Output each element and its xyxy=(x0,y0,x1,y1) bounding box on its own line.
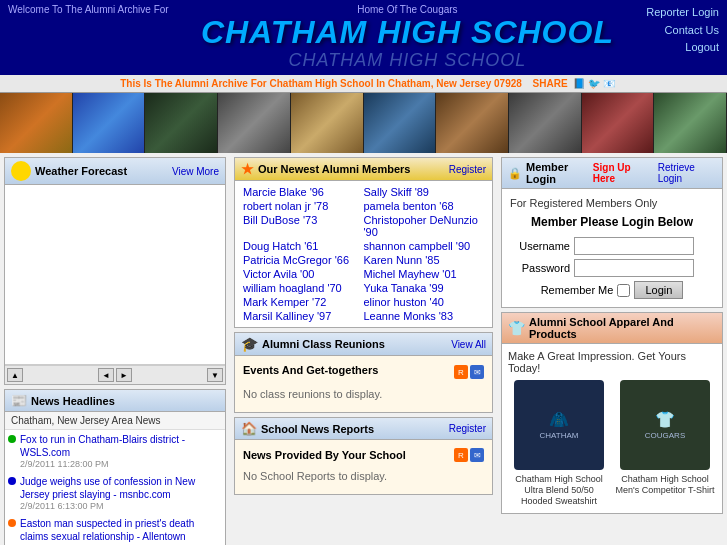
email-icon-1[interactable]: ✉ xyxy=(470,365,484,379)
nav-right: Reporter Login Contact Us Logout xyxy=(646,4,719,57)
contact-us-link[interactable]: Contact Us xyxy=(646,22,719,40)
login-header-left: 🔒 Member Login xyxy=(508,161,593,185)
news-title: News Headlines xyxy=(31,395,115,407)
center-column: ★ Our Newest Alumni Members Register Mar… xyxy=(230,153,497,545)
weather-header-right: View More xyxy=(172,165,219,177)
events-title: Events And Get-togethers xyxy=(243,364,378,376)
login-form-title: Member Please Login Below xyxy=(510,215,714,229)
remember-me-checkbox[interactable] xyxy=(617,284,630,297)
alumni-name-16[interactable]: elinor huston '40 xyxy=(364,295,485,309)
nav-left: Welcome To The Alumni Archive For xyxy=(8,4,169,15)
school-news-subtitle: News Provided By Your School xyxy=(243,449,406,461)
alumni-name-13[interactable]: william hoagland '70 xyxy=(243,281,364,295)
reunions-header: 🎓 Alumni Class Reunions View All xyxy=(235,333,492,356)
alumni-header-left: ★ Our Newest Alumni Members xyxy=(241,161,410,177)
rss-icon-1[interactable]: R xyxy=(454,365,468,379)
news-item-3: Easton man suspected in priest's death c… xyxy=(8,517,222,545)
alumni-name-3[interactable]: robert nolan jr '78 xyxy=(243,199,364,213)
login-header-right: Sign Up Here Retrieve Login xyxy=(593,162,716,184)
lock-icon: 🔒 xyxy=(508,167,522,180)
news-link-2[interactable]: Judge weighs use of confession in New Je… xyxy=(20,476,195,500)
username-input[interactable] xyxy=(574,237,694,255)
school-rss-icon[interactable]: R xyxy=(454,448,468,462)
alumni-grid: Marcie Blake '96 Sally Skiff '89 robert … xyxy=(235,181,492,327)
alumni-name-7[interactable]: Doug Hatch '61 xyxy=(243,239,364,253)
photo-strip xyxy=(0,93,727,153)
photo-7 xyxy=(436,93,509,153)
alumni-name-6[interactable]: Christopoher DeNunzio '90 xyxy=(364,213,485,239)
photo-1 xyxy=(0,93,73,153)
alumni-name-18[interactable]: Leanne Monks '83 xyxy=(364,309,485,323)
photo-9 xyxy=(582,93,655,153)
news-link-3[interactable]: Easton man suspected in priest's death c… xyxy=(20,518,194,545)
top-navigation: Welcome To The Alumni Archive For Home O… xyxy=(0,0,727,75)
photo-2 xyxy=(73,93,146,153)
weather-scroll-left[interactable]: ◄ xyxy=(98,368,114,382)
login-notice: For Registered Members Only xyxy=(510,197,714,209)
login-button[interactable]: Login xyxy=(634,281,683,299)
news-location: Chatham, New Jersey Area News xyxy=(5,412,225,430)
reunions-no-items: No class reunions to display. xyxy=(243,384,484,404)
reunions-view-all[interactable]: View All xyxy=(451,339,486,350)
password-input[interactable] xyxy=(574,259,694,277)
school-email-icon[interactable]: ✉ xyxy=(470,448,484,462)
reporter-login-link[interactable]: Reporter Login xyxy=(646,4,719,22)
school-news-panel: 🏠 School News Reports Register News Prov… xyxy=(234,417,493,495)
alumni-name-2[interactable]: Sally Skiff '89 xyxy=(364,185,485,199)
school-subtitle: CHATHAM HIGH SCHOOL xyxy=(169,50,647,71)
alumni-name-8[interactable]: shannon campbell '90 xyxy=(364,239,485,253)
apparel-tagline: Make A Great Impression. Get Yours Today… xyxy=(508,350,716,374)
logout-link[interactable]: Logout xyxy=(646,39,719,57)
photo-5 xyxy=(291,93,364,153)
alumni-name-4[interactable]: pamela benton '68 xyxy=(364,199,485,213)
alumni-name-1[interactable]: Marcie Blake '96 xyxy=(243,185,364,199)
news-dot-1 xyxy=(8,435,16,443)
photo-10 xyxy=(654,93,727,153)
reunions-header-left: 🎓 Alumni Class Reunions xyxy=(241,336,385,352)
retrieve-login-link[interactable]: Retrieve Login xyxy=(658,162,716,184)
product-img-2: 👕 COUGARS xyxy=(620,380,710,470)
product-1[interactable]: 🧥 CHATHAM Chatham High School Ultra Blen… xyxy=(508,380,610,506)
product-name-1: Chatham High School Ultra Blend 50/50 Ho… xyxy=(508,474,610,506)
apparel-panel: 👕 Alumni School Apparel And Products Mak… xyxy=(501,312,723,513)
alumni-name-5[interactable]: Bill DuBose '73 xyxy=(243,213,364,239)
signup-link[interactable]: Sign Up Here xyxy=(593,162,650,184)
school-news-no-items: No School Reports to display. xyxy=(243,466,484,486)
alumni-name-11[interactable]: Victor Avila '00 xyxy=(243,267,364,281)
apparel-content: Make A Great Impression. Get Yours Today… xyxy=(502,344,722,512)
right-column: 🔒 Member Login Sign Up Here Retrieve Log… xyxy=(497,153,727,545)
apparel-products: 🧥 CHATHAM Chatham High School Ultra Blen… xyxy=(508,380,716,506)
weather-header-left: Weather Forecast xyxy=(11,161,127,181)
school-news-register[interactable]: Register xyxy=(449,423,486,434)
alumni-name-10[interactable]: Karen Nunn '85 xyxy=(364,253,485,267)
news-link-1[interactable]: Fox to run in Chatham-Blairs district - … xyxy=(20,434,185,458)
alumni-name-15[interactable]: Mark Kemper '72 xyxy=(243,295,364,309)
weather-scroll-nav: ▲ ◄ ► ▼ xyxy=(5,365,225,384)
weather-view-more[interactable]: View More xyxy=(172,166,219,177)
alumni-register-link[interactable]: Register xyxy=(449,164,486,175)
photo-8 xyxy=(509,93,582,153)
weather-scroll-down[interactable]: ▼ xyxy=(207,368,223,382)
school-title: CHATHAM HIGH SCHOOL xyxy=(169,15,647,50)
alumni-name-14[interactable]: Yuka Tanaka '99 xyxy=(364,281,485,295)
photo-4 xyxy=(218,93,291,153)
weather-scroll-up[interactable]: ▲ xyxy=(7,368,23,382)
tshirt-icon: 👕 xyxy=(508,320,525,336)
alumni-name-17[interactable]: Marsil Kalliney '97 xyxy=(243,309,364,323)
login-content: For Registered Members Only Member Pleas… xyxy=(502,189,722,307)
share-label[interactable]: SHARE xyxy=(533,78,568,89)
product-2[interactable]: 👕 COUGARS Chatham High School Men's Comp… xyxy=(614,380,716,506)
product-img-1: 🧥 CHATHAM xyxy=(514,380,604,470)
news-dot-3 xyxy=(8,519,16,527)
weather-scroll-right[interactable]: ► xyxy=(116,368,132,382)
alumni-header: ★ Our Newest Alumni Members Register xyxy=(235,158,492,181)
mortarboard-icon: 🎓 xyxy=(241,336,258,352)
alumni-name-9[interactable]: Patricia McGregor '66 xyxy=(243,253,364,267)
share-bar-text: This Is The Alumni Archive For Chatham H… xyxy=(120,78,522,89)
rss-icons: R ✉ xyxy=(454,365,484,379)
nav-center: Home Of The Cougars CHATHAM HIGH SCHOOL … xyxy=(169,4,647,71)
welcome-text: Welcome To The Alumni Archive For xyxy=(8,4,169,15)
alumni-name-12[interactable]: Michel Mayhew '01 xyxy=(364,267,485,281)
alumni-panel: ★ Our Newest Alumni Members Register Mar… xyxy=(234,157,493,328)
news-dot-2 xyxy=(8,477,16,485)
